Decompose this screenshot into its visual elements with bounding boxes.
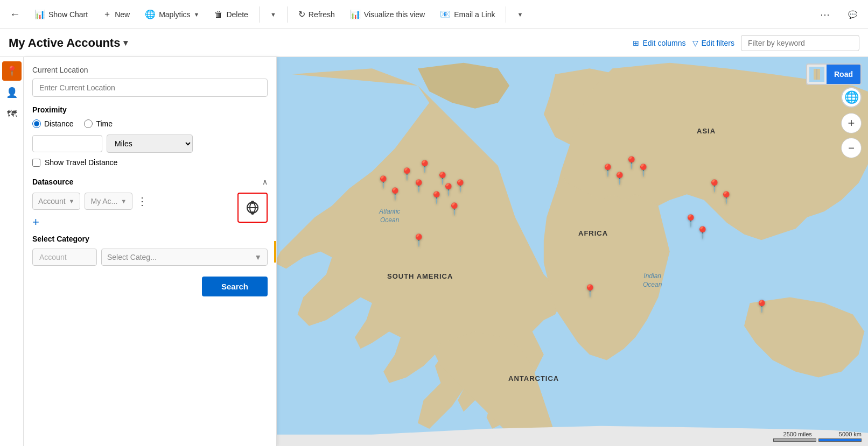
distance-radio-label[interactable]: Distance [32, 119, 73, 128]
map-pin: 📍 [612, 172, 627, 186]
map-pin: 📍 [754, 300, 769, 314]
back-button[interactable]: ← [4, 5, 26, 24]
header-actions: ⊞ Edit columns ▽ Edit filters [633, 35, 859, 51]
current-location-input[interactable] [32, 79, 268, 97]
visualize-button[interactable]: 📊 Visualize this view [344, 6, 431, 23]
toolbar: ← 📊 Show Chart ＋ New 🌐 Maplytics ▼ 🗑 Del… [0, 0, 868, 29]
map-pin: 📍 [447, 202, 461, 216]
more-button[interactable]: ⋯ [815, 5, 835, 24]
svg-point-4 [251, 211, 254, 215]
distance-input-row: Miles [32, 134, 268, 153]
scale-km-bar [818, 438, 862, 442]
edit-filters-button[interactable]: ▽ Edit filters [692, 39, 734, 47]
show-chart-button[interactable]: 📊 Show Chart [28, 6, 94, 23]
filter-icon: ▽ [692, 39, 698, 47]
delete-dropdown-button[interactable]: ▼ [264, 8, 283, 21]
page-title: My Active Accounts ▾ [9, 36, 626, 50]
email-icon: 📧 [440, 9, 451, 19]
delete-icon: 🗑 [214, 10, 223, 19]
select-category-dropdown[interactable]: Select Categ... ▼ [101, 249, 268, 266]
email-dropdown-arrow: ▼ [517, 11, 523, 18]
datasource-collapse-icon[interactable]: ∧ [262, 178, 268, 186]
chart-icon: 📊 [34, 9, 45, 19]
category-account-label: Account [32, 249, 97, 266]
my-ac-select-arrow: ▼ [121, 198, 127, 204]
map-pin: 📍 [636, 164, 650, 178]
add-datasource-button[interactable]: + [32, 215, 39, 229]
svg-point-3 [251, 201, 254, 204]
maplytics-button[interactable]: 🌐 Maplytics ▼ [138, 6, 206, 23]
chat-button[interactable]: 💬 [842, 7, 864, 22]
map-pin: 📍 [411, 233, 426, 247]
globe-button[interactable]: 🌐 [841, 87, 862, 108]
scale-miles-bar [773, 438, 816, 442]
maplytics-icon: 🌐 [145, 9, 156, 19]
datasource-title: Datasource [32, 178, 73, 186]
account-select-arrow: ▼ [69, 198, 75, 204]
maplytics-dropdown-arrow: ▼ [194, 11, 200, 18]
time-radio-label[interactable]: Time [84, 119, 113, 128]
map-pin: 📍 [719, 191, 733, 205]
delete-button[interactable]: 🗑 Delete [208, 6, 254, 23]
account-select[interactable]: Account ▼ [32, 193, 80, 210]
my-ac-select[interactable]: My Ac... ▼ [85, 193, 132, 210]
category-row: Account Select Categ... ▼ [32, 249, 268, 266]
new-button[interactable]: ＋ New [96, 5, 136, 23]
current-location-label: Current Location [32, 66, 268, 74]
plus-icon: ＋ [103, 9, 111, 20]
refresh-icon: ↻ [298, 9, 305, 19]
map-svg [277, 57, 868, 446]
side-panel: Current Location Proximity Distance Time… [24, 57, 277, 446]
email-dropdown-button[interactable]: ▼ [510, 8, 529, 21]
zoom-out-button[interactable]: − [841, 138, 862, 158]
proximity-options: Distance Time [32, 119, 268, 128]
person-side-icon[interactable]: 👤 [2, 83, 22, 102]
scale-labels: 2500 miles 5000 km [783, 431, 862, 437]
show-travel-distance-checkbox[interactable] [32, 159, 40, 167]
proximity-label: Proximity [32, 105, 268, 114]
map-thumbnail [807, 65, 827, 84]
scale-lines [773, 438, 862, 442]
distance-unit-select[interactable]: Miles [107, 134, 193, 153]
edit-columns-button[interactable]: ⊞ Edit columns [633, 39, 685, 47]
map-container: ASIA AFRICA SOUTH AMERICA ANTARCTICA Atl… [277, 57, 868, 446]
columns-icon: ⊞ [633, 39, 639, 47]
refresh-button[interactable]: ↻ Refresh [292, 6, 341, 23]
datasource-more-icon[interactable]: ⋮ [137, 196, 148, 207]
title-dropdown-icon[interactable]: ▾ [123, 38, 128, 48]
email-link-button[interactable]: 📧 Email a Link [433, 6, 501, 23]
datasource-header: Datasource ∧ [32, 178, 268, 186]
select-categ-arrow: ▼ [254, 253, 262, 261]
scale-bar: 2500 miles 5000 km [773, 431, 862, 442]
side-icon-bar: 📍 👤 🗺 [0, 57, 24, 446]
map-pin: 📍 [411, 179, 426, 193]
zoom-in-button[interactable]: + [841, 113, 862, 133]
distance-radio[interactable] [32, 119, 41, 128]
time-radio[interactable] [84, 119, 93, 128]
show-travel-distance-row: Show Travel Distance [32, 158, 268, 167]
map-pin: 📍 [388, 187, 402, 201]
datasource-row: Account ▼ My Ac... ▼ ⋮ [32, 193, 231, 210]
road-view-button[interactable]: Road [827, 65, 860, 84]
header: My Active Accounts ▾ ⊞ Edit columns ▽ Ed… [0, 29, 868, 57]
separator2 [287, 6, 288, 23]
proximity-section: Proximity Distance Time Miles Sho [32, 105, 268, 167]
location-pin-side-icon[interactable]: 📍 [2, 61, 22, 81]
delete-dropdown-arrow: ▼ [270, 11, 276, 18]
map-pin: 📍 [583, 284, 597, 298]
map-side-icon[interactable]: 🗺 [2, 104, 22, 124]
current-location-section: Current Location [32, 66, 268, 105]
main-area: 📍 👤 🗺 Current Location Proximity Distanc… [0, 57, 868, 446]
map-pin: 📍 [695, 226, 710, 240]
search-button-row: Search [32, 277, 268, 296]
keyword-filter-input[interactable] [741, 35, 859, 51]
search-button[interactable]: Search [202, 277, 268, 296]
distance-value-input[interactable] [32, 135, 102, 152]
separator [259, 6, 260, 23]
maplytics-datasource-icon [237, 193, 268, 223]
datasource-section: Datasource ∧ Account ▼ My Ac... ▼ ⋮ [32, 178, 268, 266]
panel-collapse-button[interactable]: ‹ [274, 241, 277, 263]
map-pin: 📍 [417, 160, 432, 174]
select-category-title: Select Category [32, 235, 268, 243]
map-pin: 📍 [453, 179, 467, 193]
